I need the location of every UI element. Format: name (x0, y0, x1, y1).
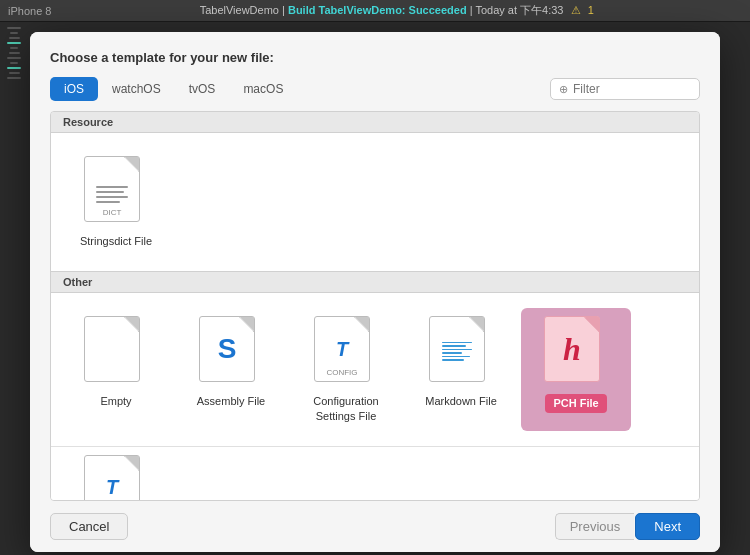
config-letter: T (336, 338, 348, 361)
shell-icon: T SHELL (84, 455, 148, 501)
md-line (442, 356, 470, 358)
file-shape: DICT (84, 156, 140, 222)
fold (240, 317, 254, 331)
assembly-icon: S (199, 316, 263, 388)
device-label: iPhone 8 (8, 5, 51, 17)
previous-button[interactable]: Previous (555, 513, 635, 540)
config-label: CONFIG (326, 368, 357, 377)
file-shape: h (544, 316, 600, 382)
dict-line (96, 186, 128, 188)
file-item-shell[interactable]: T SHELL Shell Script (61, 447, 171, 501)
file-item-markdown[interactable]: Markdown File (406, 308, 516, 431)
md-line (442, 352, 462, 354)
file-shape: T SHELL (84, 455, 140, 501)
file-item-config[interactable]: T CONFIG ConfigurationSettings File (291, 308, 401, 431)
dict-line (96, 201, 120, 203)
assembly-letter: S (218, 333, 237, 365)
markdown-label: Markdown File (425, 394, 497, 408)
dict-label: DICT (103, 208, 122, 217)
md-line (442, 342, 472, 344)
stringsdict-icon: DICT (84, 156, 148, 228)
file-item-assembly[interactable]: S Assembly File (176, 308, 286, 431)
empty-label: Empty (100, 394, 131, 408)
title-bar: iPhone 8 TabelViewDemo | Build TabelView… (0, 0, 750, 22)
new-file-dialog: Choose a template for your new file: iOS… (30, 32, 720, 552)
file-shape (84, 316, 140, 382)
assembly-label: Assembly File (197, 394, 265, 408)
dict-line (96, 191, 124, 193)
shell-letter: T (106, 476, 118, 499)
file-template-list: Resource DICT (50, 111, 700, 501)
time-text: Today at 下午4:33 (475, 4, 563, 16)
file-shape: S (199, 316, 255, 382)
filter-input[interactable] (573, 82, 673, 96)
dialog-title: Choose a template for your new file: (50, 50, 700, 65)
fold (470, 317, 484, 331)
fold (125, 317, 139, 331)
tab-bar: iOS watchOS tvOS macOS ⊕ (50, 77, 700, 101)
file-shape: T CONFIG (314, 316, 370, 382)
dialog-footer: Cancel Previous Next (30, 501, 720, 552)
fold (125, 157, 139, 171)
tab-watchos[interactable]: watchOS (98, 77, 175, 101)
tab-macos[interactable]: macOS (229, 77, 297, 101)
build-status-text: Build TabelViewDemo: Succeeded (288, 4, 467, 16)
warning-icon: ⚠ (571, 4, 581, 16)
markdown-icon (429, 316, 493, 388)
other-grid: Empty S Assembly File (51, 293, 699, 446)
filter-icon: ⊕ (559, 83, 568, 96)
dict-line (96, 196, 128, 198)
empty-icon (84, 316, 148, 388)
nav-button-group: Previous Next (555, 513, 700, 540)
build-status: TabelViewDemo | Build TabelViewDemo: Suc… (51, 3, 742, 18)
file-item-empty[interactable]: Empty (61, 308, 171, 431)
fold (585, 317, 599, 331)
config-label: ConfigurationSettings File (313, 394, 378, 423)
cancel-button[interactable]: Cancel (50, 513, 128, 540)
section-header-resource: Resource (51, 112, 699, 133)
dict-lines (96, 186, 128, 203)
md-line (442, 359, 464, 361)
pch-letter: h (563, 331, 581, 368)
dialog-container: Choose a template for your new file: iOS… (0, 22, 750, 555)
stringsdict-label: Stringsdict File (80, 234, 152, 248)
filter-box: ⊕ (550, 78, 700, 100)
section-header-other: Other (51, 271, 699, 293)
config-icon: T CONFIG (314, 316, 378, 388)
dialog-header: Choose a template for your new file: iOS… (30, 32, 720, 111)
tab-tvos[interactable]: tvOS (175, 77, 230, 101)
file-shape (429, 316, 485, 382)
fold (125, 456, 139, 470)
md-line (442, 349, 472, 351)
pch-icon: h (544, 316, 608, 388)
pch-label: PCH File (545, 394, 606, 412)
file-item-stringsdict[interactable]: DICT Stringsdict File (61, 148, 171, 256)
tab-ios[interactable]: iOS (50, 77, 98, 101)
next-button[interactable]: Next (635, 513, 700, 540)
fold (355, 317, 369, 331)
md-line (442, 345, 466, 347)
resource-grid: DICT Stringsdict File (51, 133, 699, 271)
shell-grid: T SHELL Shell Script (51, 446, 699, 501)
project-name: TabelViewDemo (200, 4, 279, 16)
md-lines (438, 334, 476, 365)
warning-count: 1 (588, 4, 594, 16)
file-item-pch[interactable]: h PCH File (521, 308, 631, 431)
